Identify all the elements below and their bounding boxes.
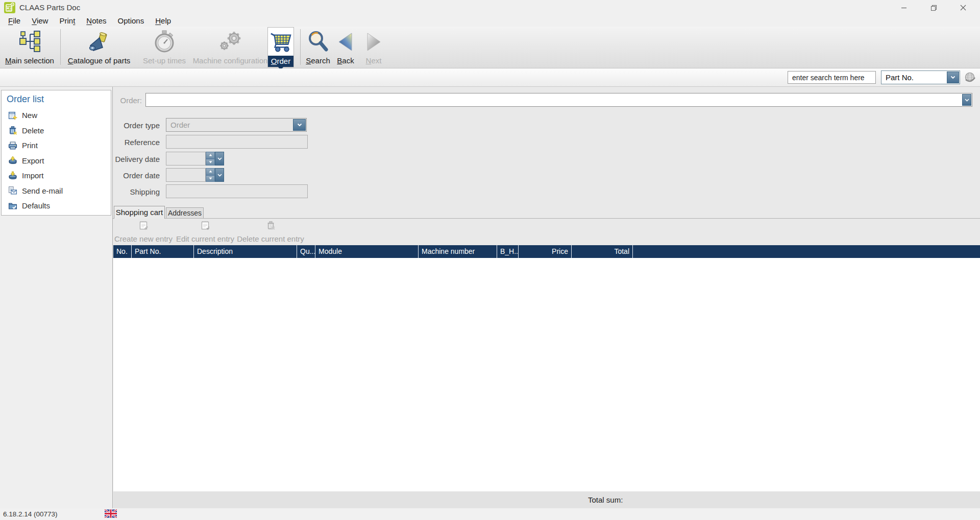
- search-input[interactable]: [788, 71, 876, 84]
- toolbar-separator: [300, 29, 301, 65]
- tab-strip-line: [113, 218, 980, 219]
- search-category-dropdown[interactable]: Part No.: [881, 70, 960, 84]
- order-type-dropdown-button[interactable]: [293, 119, 306, 131]
- cart-table-header: No. Part No. Description Qu... Module Ma…: [113, 245, 980, 258]
- search-button[interactable]: Search: [303, 27, 333, 67]
- menu-options[interactable]: Options: [112, 15, 150, 27]
- new-icon: [8, 111, 17, 120]
- menu-help[interactable]: Help: [150, 15, 177, 27]
- order-dropdown-button[interactable]: [962, 94, 971, 106]
- toolbar-button-label: Set-up times: [143, 56, 186, 65]
- create-entry-icon: [138, 220, 150, 233]
- machine-configuration-button: Machine configuration: [193, 27, 267, 67]
- shopping-cart-icon: [270, 28, 292, 56]
- toolbar-button-label: Back: [337, 56, 354, 65]
- toolbar-button-label: Main selection: [5, 56, 54, 65]
- stopwatch-icon: [153, 27, 176, 56]
- column-header-price[interactable]: Price: [519, 245, 572, 258]
- column-header-total[interactable]: Total: [572, 245, 633, 258]
- delivery-date-label: Delivery date: [99, 155, 160, 163]
- cart-action-label: Delete current entry: [237, 234, 304, 243]
- chevron-down-icon: [217, 174, 222, 177]
- sidebar-item-delete[interactable]: Delete: [2, 123, 111, 138]
- next-button: Next: [360, 27, 387, 67]
- order-button[interactable]: Order: [267, 27, 294, 67]
- gears-icon: [218, 27, 242, 56]
- order-type-combobox[interactable]: Order: [166, 118, 307, 132]
- spin-down-button[interactable]: [206, 159, 215, 166]
- shipping-field: [166, 184, 308, 198]
- main-toolbar: Main selection Catalogue of parts: [0, 27, 980, 68]
- tab-addresses[interactable]: Addresses: [166, 207, 204, 218]
- order-list-panel: Order list New: [1, 90, 111, 216]
- back-button[interactable]: Back: [333, 27, 358, 67]
- order-type-value: Order: [170, 119, 190, 131]
- sidebar-item-export[interactable]: Export: [2, 153, 111, 169]
- search-category-dropdown-button[interactable]: [947, 72, 959, 83]
- app-icon: [4, 2, 15, 13]
- edit-current-entry-button: Edit current entry: [176, 220, 235, 243]
- order-combobox[interactable]: [145, 93, 972, 107]
- sidebar-item-label: Send e-mail: [22, 186, 63, 195]
- spin-up-button[interactable]: [206, 152, 215, 159]
- menu-notes[interactable]: Notes: [81, 15, 112, 27]
- menu-print[interactable]: Print: [54, 15, 81, 27]
- import-icon: [8, 171, 17, 180]
- cart-table-body[interactable]: [113, 258, 980, 491]
- set-up-times-button: Set-up times: [137, 27, 192, 67]
- order-date-dropdown-button[interactable]: [215, 168, 224, 182]
- column-header-part-no[interactable]: Part No.: [132, 245, 194, 258]
- reference-field: [166, 135, 308, 149]
- column-header-module[interactable]: Module: [315, 245, 419, 258]
- delivery-date-field: [166, 152, 206, 166]
- tab-shopping-cart[interactable]: Shopping cart: [114, 206, 165, 219]
- delivery-date-spinner: [206, 152, 215, 166]
- triangle-down-icon: [209, 177, 212, 180]
- chevron-down-icon: [950, 76, 955, 79]
- triangle-up-icon: [209, 154, 212, 156]
- toolbar-button-label: Search: [306, 56, 330, 65]
- title-bar: CLAAS Parts Doc: [0, 0, 980, 15]
- main-selection-button[interactable]: Main selection: [1, 27, 58, 67]
- sidebar-item-label: Export: [22, 156, 44, 165]
- restore-icon: [930, 5, 937, 11]
- sidebar-item-defaults[interactable]: Defaults: [2, 198, 111, 214]
- spin-down-button[interactable]: [206, 175, 215, 182]
- menu-file[interactable]: File: [3, 15, 26, 27]
- delete-icon: [8, 126, 17, 135]
- sidebar-item-send-email[interactable]: Send e-mail: [2, 183, 111, 199]
- delete-entry-icon: [265, 220, 277, 233]
- close-button[interactable]: [948, 0, 978, 15]
- sidebar-item-new[interactable]: New: [2, 108, 111, 123]
- column-header-no[interactable]: No.: [113, 245, 132, 258]
- restore-button[interactable]: [919, 0, 948, 15]
- column-header-quantity[interactable]: Qu...: [297, 245, 315, 258]
- spin-up-button[interactable]: [206, 168, 215, 175]
- column-header-description[interactable]: Description: [194, 245, 297, 258]
- search-category-value: Part No.: [886, 71, 914, 84]
- sidebar-item-label: Import: [22, 171, 44, 180]
- sidebar-item-import[interactable]: Import: [2, 168, 111, 183]
- delivery-date-control: [166, 152, 224, 166]
- cart-action-label: Create new entry: [114, 234, 173, 243]
- export-icon: [8, 156, 17, 165]
- status-bar: 6.18.2.14 (00773): [0, 508, 980, 520]
- parts-icon: [87, 27, 111, 56]
- sidebar-item-label: New: [22, 111, 37, 120]
- delivery-date-dropdown-button[interactable]: [215, 152, 224, 166]
- column-header-bh[interactable]: B_H...: [497, 245, 519, 258]
- sidebar-item-print[interactable]: Print: [2, 138, 111, 153]
- chevron-down-icon: [217, 157, 222, 160]
- minimize-button[interactable]: [889, 0, 919, 15]
- order-list-title: Order list: [7, 94, 111, 105]
- claas-parts-doc-window: CLAAS Parts Doc File View Print Notes Op…: [0, 0, 980, 520]
- toolbar-button-label: Machine configuration: [193, 56, 268, 65]
- order-date-spinner: [206, 168, 215, 182]
- minimize-icon: [901, 5, 907, 11]
- uk-flag-icon[interactable]: [105, 509, 117, 520]
- catalogue-of-parts-button[interactable]: Catalogue of parts: [63, 27, 135, 67]
- sidebar-item-label: Defaults: [22, 201, 50, 210]
- menu-view[interactable]: View: [26, 15, 54, 27]
- column-header-machine-number[interactable]: Machine number: [419, 245, 497, 258]
- panel-divider: [112, 87, 113, 508]
